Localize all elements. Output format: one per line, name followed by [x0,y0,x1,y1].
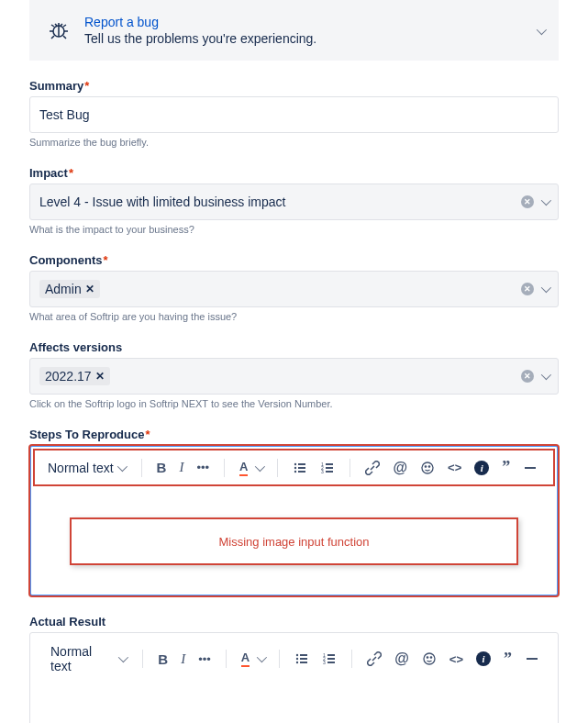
affects-select[interactable]: 2022.17 ✕ ✕ [29,358,559,395]
svg-rect-29 [327,662,335,663]
actual-result-editor: Normal text B I ••• A 123 @ <> i ” [29,632,559,723]
text-color-button[interactable]: A [236,456,266,480]
svg-point-20 [296,658,298,660]
quote-button[interactable]: ” [498,454,514,481]
editor-toolbar: Normal text B I ••• A 123 @ <> i ” [30,633,558,685]
svg-rect-9 [326,463,333,465]
impact-label: Impact* [29,166,559,180]
svg-rect-13 [326,471,333,473]
bold-button[interactable]: B [154,648,172,671]
chevron-down-icon[interactable] [541,195,551,206]
svg-point-6 [294,470,296,472]
svg-point-18 [296,654,298,656]
text-style-dropdown[interactable]: Normal text [45,640,131,677]
bullet-list-button[interactable] [289,457,311,479]
quote-button[interactable]: ” [500,646,516,673]
svg-point-15 [425,465,426,466]
components-label: Components* [29,253,559,267]
italic-button[interactable]: I [177,648,189,671]
link-button[interactable] [361,457,383,479]
number-list-button[interactable]: 123 [318,648,340,670]
clear-icon[interactable]: ✕ [521,195,534,208]
chevron-down-icon [118,652,128,662]
summary-label: Summary* [29,79,559,93]
emoji-button[interactable] [416,457,438,479]
actual-result-textarea[interactable] [30,685,558,723]
component-tag: Admin ✕ [39,280,100,298]
mention-button[interactable]: @ [389,456,411,480]
text-style-dropdown[interactable]: Normal text [42,457,130,479]
summary-help: Summarize the bug briefly. [29,137,559,148]
svg-point-31 [427,657,427,658]
svg-rect-5 [298,467,305,469]
svg-rect-7 [298,471,305,473]
svg-rect-25 [327,654,335,656]
chevron-down-icon[interactable] [541,283,551,293]
svg-rect-27 [327,658,335,660]
mention-button[interactable]: @ [391,647,413,671]
chevron-down-icon[interactable] [541,370,551,380]
report-bug-banner[interactable]: Report a bug Tell us the problems you're… [29,0,559,61]
banner-title: Report a bug [84,15,540,29]
svg-rect-21 [300,658,307,660]
components-help: What area of Softrip are you having the … [29,311,559,322]
affects-label: Affects versions [29,340,559,354]
italic-button[interactable]: I [175,456,187,479]
svg-point-22 [296,662,298,663]
svg-rect-11 [326,467,333,469]
affects-help: Click on the Softrip logo in Softrip NEX… [29,398,559,409]
actual-result-label: Actual Result [29,615,559,628]
svg-point-2 [294,462,296,464]
steps-label: Steps To Reproduce* [29,428,559,441]
impact-select[interactable]: Level 4 - Issue with limited business im… [29,184,559,220]
svg-point-4 [294,466,296,468]
info-button[interactable]: i [472,648,494,670]
link-button[interactable] [363,648,385,670]
svg-text:3: 3 [321,469,324,474]
summary-input[interactable] [29,96,559,133]
info-button[interactable]: i [471,457,493,479]
svg-rect-3 [298,463,305,465]
remove-tag-icon[interactable]: ✕ [85,283,94,295]
editor-toolbar: Normal text B I ••• A 123 @ <> i ” [33,449,555,486]
svg-rect-33 [527,658,538,660]
svg-rect-17 [525,467,536,469]
svg-point-30 [424,653,435,664]
divider-button[interactable] [519,457,541,479]
text-color-button[interactable]: A [238,647,268,671]
version-tag: 2022.17 ✕ [39,367,110,385]
chevron-down-icon[interactable] [537,23,544,38]
svg-text:3: 3 [323,660,326,665]
code-button[interactable]: <> [444,457,465,478]
chevron-down-icon [116,461,127,471]
svg-point-32 [430,657,431,658]
bold-button[interactable]: B [153,456,171,479]
bug-icon [48,19,70,41]
steps-textarea[interactable]: Missing image input function [31,488,557,595]
clear-icon[interactable]: ✕ [521,283,534,295]
banner-subtitle: Tell us the problems you're experiencing… [84,31,540,46]
impact-help: What is the impact to your business? [29,224,559,235]
bullet-list-button[interactable] [291,648,313,670]
code-button[interactable]: <> [446,649,467,670]
divider-button[interactable] [521,648,543,670]
remove-tag-icon[interactable]: ✕ [95,370,105,383]
more-formatting-button[interactable]: ••• [193,457,213,478]
svg-point-16 [428,465,429,466]
number-list-button[interactable]: 123 [316,457,338,479]
steps-editor: Normal text B I ••• A 123 @ <> i ” [29,445,559,596]
more-formatting-button[interactable]: ••• [194,649,215,670]
svg-rect-23 [300,662,307,663]
clear-icon[interactable]: ✕ [521,370,534,383]
emoji-button[interactable] [418,648,440,670]
components-select[interactable]: Admin ✕ ✕ [29,271,559,307]
svg-point-14 [422,462,433,473]
svg-rect-19 [300,654,307,656]
annotation-callout: Missing image input function [70,517,518,565]
